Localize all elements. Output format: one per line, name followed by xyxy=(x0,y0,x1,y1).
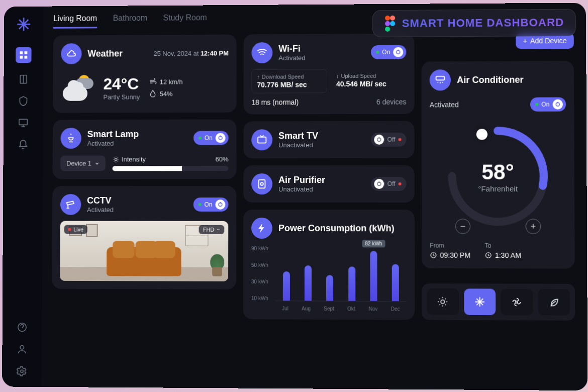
ac-mode-eco[interactable] xyxy=(538,289,570,316)
chart-bar[interactable] xyxy=(348,267,355,301)
weather-card: Weather 25 Nov, 2024 at 12:40 PM 24°C Pa… xyxy=(53,35,237,113)
svg-rect-23 xyxy=(436,76,445,80)
weather-temperature: 24°C xyxy=(104,75,140,93)
ac-unit: °Fahrenheit xyxy=(478,184,518,192)
ac-toggle[interactable]: On xyxy=(530,97,566,112)
chart-x-label: Aug xyxy=(302,306,311,311)
ac-plus-button[interactable]: + xyxy=(526,219,541,234)
tv-toggle[interactable]: Off xyxy=(371,133,406,147)
wifi-title: Wi-Fi xyxy=(278,43,365,54)
cctv-toggle[interactable]: On xyxy=(193,198,229,212)
dashboard-grid: Weather 25 Nov, 2024 at 12:40 PM 24°C Pa… xyxy=(52,33,577,321)
wind-icon xyxy=(149,78,157,86)
ac-status-text: Activated xyxy=(430,101,459,109)
chart-x-label: Okt xyxy=(347,306,355,312)
smart-tv-card: Smart TV Unactivated Off xyxy=(243,121,414,159)
chart-bar[interactable] xyxy=(283,271,290,301)
weather-wind: 12 km/h xyxy=(149,77,183,85)
ac-minus-button[interactable]: − xyxy=(455,219,470,234)
main-content: Living Room Bathroom Study Room SMART HO… xyxy=(42,3,588,390)
brightness-icon xyxy=(112,156,119,163)
svg-rect-20 xyxy=(259,180,265,188)
leaf-icon xyxy=(548,297,560,308)
power-icon xyxy=(251,218,272,239)
cctv-icon xyxy=(60,194,81,215)
download-speed: 70.776 MB/ sec xyxy=(257,80,322,88)
tab-study-room[interactable]: Study Room xyxy=(163,13,207,28)
lamp-toggle[interactable]: On xyxy=(193,131,229,145)
ac-title: Air Conditioner xyxy=(457,74,524,85)
upload-label: ↓ Upload Speed xyxy=(336,73,401,79)
tv-icon xyxy=(251,129,272,150)
wifi-toggle[interactable]: On xyxy=(371,45,406,59)
lamp-status: Activated xyxy=(87,140,188,147)
ac-modes xyxy=(422,283,575,321)
air-purifier-card: Air Purifier Unactivated Off xyxy=(243,165,415,203)
chart-bar[interactable] xyxy=(392,264,399,301)
purifier-title: Air Purifier xyxy=(278,175,365,185)
nav-presentation-icon[interactable] xyxy=(18,118,29,129)
lamp-intensity-slider[interactable] xyxy=(112,166,228,171)
svg-point-8 xyxy=(21,370,23,373)
purifier-toggle[interactable]: Off xyxy=(371,177,407,191)
ac-mode-fan[interactable] xyxy=(501,289,533,316)
nav-door-icon[interactable] xyxy=(18,74,29,85)
chart-bar[interactable] xyxy=(326,275,333,301)
nav-dashboard-icon[interactable] xyxy=(16,47,31,63)
svg-point-9 xyxy=(385,16,390,21)
ac-to-time[interactable]: 1:30 AM xyxy=(485,251,522,259)
nav-shield-icon[interactable] xyxy=(18,95,29,107)
power-chart: 90 kWh 50 kWh 30 kWh 10 kWh JulAugSeptOk… xyxy=(251,246,407,312)
snowflake-icon xyxy=(474,297,485,308)
chart-bar[interactable] xyxy=(370,251,377,301)
ac-to-label: To xyxy=(485,242,521,249)
svg-point-15 xyxy=(115,158,117,161)
ac-from-time[interactable]: 09:30 PM xyxy=(430,251,470,259)
clock-icon xyxy=(430,252,437,259)
chevron-down-icon xyxy=(94,161,100,166)
nav-bell-icon[interactable] xyxy=(18,139,29,150)
lamp-title: Smart Lamp xyxy=(87,129,188,140)
lamp-device-select[interactable]: Device 1 xyxy=(60,156,105,171)
chart-x-label: Jul xyxy=(282,306,288,311)
svg-rect-18 xyxy=(258,137,266,143)
nav-help-icon[interactable] xyxy=(17,322,28,333)
chart-x-label: Dec xyxy=(391,306,400,312)
ac-icon xyxy=(430,69,451,90)
nav-settings-icon[interactable] xyxy=(17,366,28,377)
wifi-ping: 18 ms (normal) xyxy=(251,98,299,106)
download-label: ↑ Download Speed xyxy=(257,73,322,79)
ac-card: Air Conditioner Activated On xyxy=(422,61,575,269)
purifier-status: Unactivated xyxy=(278,185,365,193)
cctv-card: CCTV Activated On xyxy=(52,186,236,289)
room-tabs: Living Room Bathroom Study Room SMART HO… xyxy=(53,11,576,29)
banner-title: SMART HOME DASHBOARD xyxy=(402,16,564,30)
power-title: Power Consumption (kWh) xyxy=(278,223,395,233)
svg-rect-2 xyxy=(20,56,23,59)
svg-rect-1 xyxy=(25,51,28,54)
quality-select[interactable]: FHD xyxy=(199,225,224,234)
svg-point-12 xyxy=(390,21,395,26)
tab-living-room[interactable]: Living Room xyxy=(53,14,97,29)
lamp-icon xyxy=(60,128,81,149)
wifi-icon xyxy=(252,42,273,63)
live-badge: Live xyxy=(64,225,88,234)
tv-title: Smart TV xyxy=(278,131,365,141)
wifi-status: Activated xyxy=(278,54,365,62)
figma-icon xyxy=(384,16,395,32)
weather-condition: Partly Sunny xyxy=(103,93,140,101)
cctv-feed[interactable]: Live FHD xyxy=(60,221,228,281)
sidebar xyxy=(2,7,43,387)
tab-bathroom[interactable]: Bathroom xyxy=(113,14,147,28)
nav-user-icon[interactable] xyxy=(17,344,28,355)
svg-point-29 xyxy=(441,300,444,304)
fan-icon xyxy=(511,297,522,308)
ac-mode-cool[interactable] xyxy=(464,288,496,315)
ac-temperature-dial[interactable]: 58° °Fahrenheit − + xyxy=(442,121,554,232)
weather-humidity: 54% xyxy=(149,89,183,97)
ac-mode-heat[interactable] xyxy=(427,288,458,315)
chart-x-label: Sept xyxy=(324,306,334,312)
chart-bar[interactable] xyxy=(305,265,312,301)
clock-icon xyxy=(485,252,492,259)
wifi-card: Wi-Fi Activated On ↑ Download Speed 70.7… xyxy=(243,34,414,115)
